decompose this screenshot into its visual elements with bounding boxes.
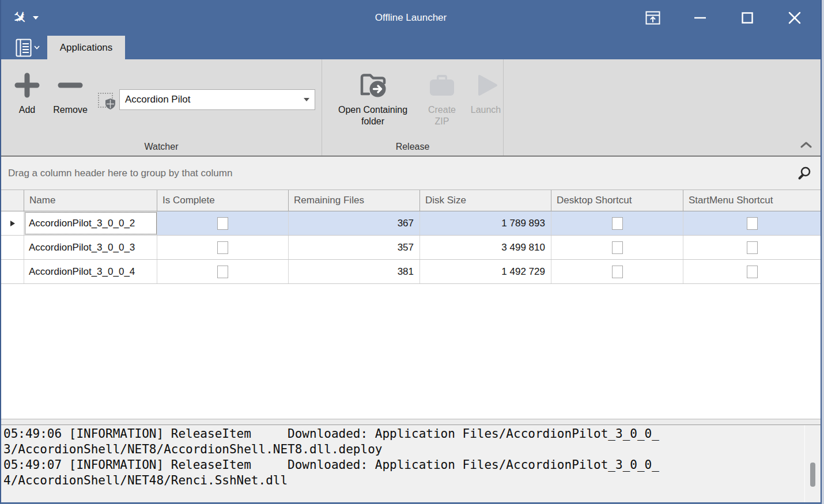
ribbon-display-options-button[interactable]: [640, 5, 666, 31]
launch-button[interactable]: Launch: [467, 66, 504, 116]
is-complete-cell[interactable]: [157, 211, 289, 235]
open-folder-icon: [356, 70, 390, 101]
collapse-ribbon-button[interactable]: [799, 138, 814, 151]
open-containing-folder-label: Open Containing folder: [329, 104, 417, 127]
airplane-icon: ✈: [9, 7, 31, 29]
column-header-desktop-shortcut[interactable]: Desktop Shortcut: [551, 190, 683, 211]
is-complete-cell[interactable]: [157, 236, 289, 259]
column-header-is-complete[interactable]: Is Complete: [157, 190, 289, 211]
window-buttons: [619, 5, 808, 31]
log-scrollbar[interactable]: [804, 425, 821, 502]
grid-column-headers: Name Is Complete Remaining Files Disk Si…: [1, 190, 821, 211]
desktop-shortcut-checkbox[interactable]: [612, 217, 623, 230]
remaining-files-cell[interactable]: 357: [289, 236, 420, 259]
remove-button[interactable]: Remove: [48, 66, 92, 116]
ribbon: Add Remove Accordion Pilot: [1, 59, 821, 156]
chevron-up-icon: [800, 142, 812, 148]
offline-launcher-window: ✈ Offline Launcher: [0, 0, 822, 504]
disk-size-cell[interactable]: 1 492 729: [420, 260, 551, 283]
quick-access-toolbar[interactable]: ✈: [13, 9, 39, 26]
search-button[interactable]: [794, 157, 815, 190]
application-menu-button[interactable]: [10, 36, 45, 59]
group-by-panel-text: Drag a column header here to group by th…: [8, 168, 232, 179]
row-indicator[interactable]: [1, 260, 24, 283]
startmenu-shortcut-cell[interactable]: [683, 236, 821, 259]
search-icon: [797, 166, 812, 181]
minus-icon: [57, 72, 84, 98]
disk-size-cell[interactable]: 3 499 810: [420, 236, 551, 259]
plus-icon: [14, 72, 40, 98]
desktop-shortcut-cell[interactable]: [551, 211, 683, 235]
tab-applications[interactable]: Applications: [47, 36, 125, 59]
column-header-startmenu-shortcut[interactable]: StartMenu Shortcut: [683, 190, 821, 211]
shield-icon: [105, 98, 115, 109]
is-complete-cell[interactable]: [157, 260, 289, 283]
name-cell[interactable]: AccordionPilot_3_0_0_3: [24, 236, 157, 259]
create-zip-button[interactable]: Create ZIP: [425, 66, 459, 127]
log-line: 3/AccordionShell/NET8/AccordionShell.NET…: [3, 442, 821, 457]
log-panel: 05:49:06 [INFORMATION] ReleaseItem Downl…: [1, 425, 821, 502]
application-selector-combobox[interactable]: Accordion Pilot: [119, 89, 315, 110]
create-zip-label: Create ZIP: [425, 104, 459, 127]
open-containing-folder-button[interactable]: Open Containing folder: [329, 66, 417, 127]
desktop-shortcut-cell[interactable]: [551, 236, 683, 259]
table-row[interactable]: AccordionPilot_3_0_0_2 367 1 789 893: [1, 211, 821, 236]
watcher-group-caption: Watcher: [1, 142, 322, 152]
minimize-icon: [694, 17, 706, 19]
column-header-disk-size[interactable]: Disk Size: [420, 190, 551, 211]
ribbon-group-watcher: Add Remove Accordion Pilot: [1, 59, 322, 156]
startmenu-shortcut-checkbox[interactable]: [747, 217, 758, 230]
titlebar: ✈ Offline Launcher: [1, 0, 821, 36]
suitcase-icon: [427, 72, 457, 98]
log-splitter[interactable]: [1, 419, 821, 425]
is-complete-checkbox[interactable]: [217, 266, 228, 278]
close-button[interactable]: [781, 5, 808, 31]
ribbon-tab-row: Applications: [1, 36, 821, 59]
is-complete-checkbox[interactable]: [217, 241, 228, 254]
selection-marquee-icon: [98, 93, 113, 108]
startmenu-shortcut-checkbox[interactable]: [747, 266, 758, 278]
remove-button-label: Remove: [53, 104, 88, 116]
desktop-shortcut-checkbox[interactable]: [612, 266, 623, 278]
group-by-panel[interactable]: Drag a column header here to group by th…: [1, 156, 821, 190]
table-row[interactable]: AccordionPilot_3_0_0_3 357 3 499 810: [1, 236, 821, 260]
grid-empty-area: [1, 284, 821, 419]
ribbon-group-release: Open Containing folder Create ZIP: [322, 59, 504, 156]
header-indicator: [1, 190, 24, 211]
desktop-shortcut-checkbox[interactable]: [612, 241, 623, 254]
startmenu-shortcut-checkbox[interactable]: [747, 241, 758, 254]
chevron-down-icon[interactable]: [304, 98, 309, 101]
minimize-button[interactable]: [687, 5, 713, 31]
launch-label: Launch: [471, 104, 501, 116]
remaining-files-cell[interactable]: 381: [289, 260, 420, 283]
release-group-caption: Release: [322, 142, 503, 152]
maximize-button[interactable]: [734, 5, 761, 31]
name-cell[interactable]: AccordionPilot_3_0_0_2: [24, 211, 157, 235]
log-scrollbar-thumb[interactable]: [810, 463, 815, 487]
row-indicator[interactable]: [1, 211, 24, 235]
maximize-icon: [742, 12, 753, 24]
remaining-files-cell[interactable]: 367: [289, 211, 420, 235]
application-selector-value: Accordion Pilot: [120, 94, 304, 105]
name-cell[interactable]: AccordionPilot_3_0_0_4: [24, 260, 157, 283]
column-header-remaining-files[interactable]: Remaining Files: [289, 190, 420, 211]
column-header-name[interactable]: Name: [24, 190, 157, 211]
disk-size-cell[interactable]: 1 789 893: [420, 211, 551, 235]
startmenu-shortcut-cell[interactable]: [683, 211, 821, 235]
is-complete-checkbox[interactable]: [217, 217, 228, 230]
row-indicator[interactable]: [1, 236, 24, 259]
application-menu-icon: [16, 39, 32, 57]
log-lines: 05:49:06 [INFORMATION] ReleaseItem Downl…: [1, 425, 821, 488]
desktop-shortcut-cell[interactable]: [551, 260, 683, 283]
ribbon-display-options-icon: [645, 11, 660, 25]
log-line: 05:49:07 [INFORMATION] ReleaseItem Downl…: [3, 457, 821, 473]
startmenu-shortcut-cell[interactable]: [683, 260, 821, 283]
log-line: 05:49:06 [INFORMATION] ReleaseItem Downl…: [3, 426, 821, 442]
log-line: 4/AccordionShell/NET48/Renci.SshNet.dll: [3, 473, 821, 488]
table-row[interactable]: AccordionPilot_3_0_0_4 381 1 492 729: [1, 260, 821, 284]
add-button[interactable]: Add: [10, 66, 44, 116]
qat-dropdown-caret-icon[interactable]: [33, 16, 39, 20]
ribbon-empty-area: [504, 59, 821, 156]
close-icon: [788, 12, 801, 24]
row-arrow-icon: [10, 221, 15, 226]
